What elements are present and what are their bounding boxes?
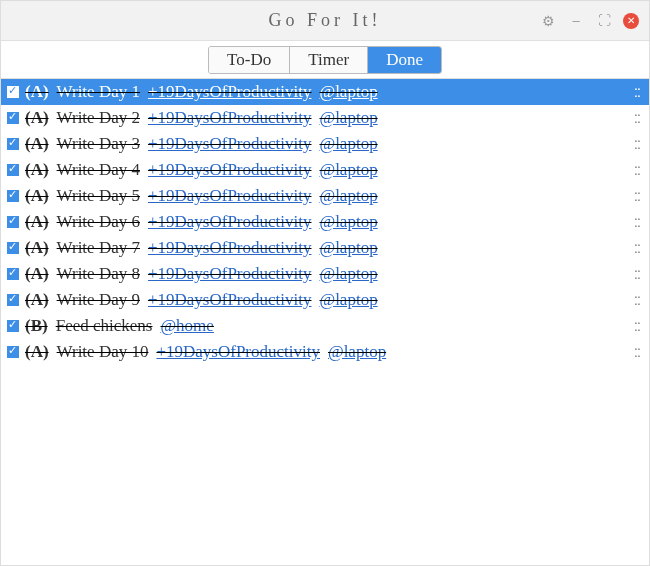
task-checkbox[interactable] [7, 320, 19, 332]
task-checkbox[interactable] [7, 268, 19, 280]
task-project-tag[interactable]: +19DaysOfProductivity [148, 264, 312, 284]
task-context-tag[interactable]: @laptop [319, 160, 377, 180]
task-context-tag[interactable]: @laptop [328, 342, 386, 362]
drag-handle-icon[interactable] [627, 85, 641, 99]
drag-handle-icon[interactable] [627, 137, 641, 151]
drag-handle-icon[interactable] [627, 215, 641, 229]
task-content: (A)Write Day 2+19DaysOfProductivity@lapt… [25, 108, 627, 128]
drag-handle-icon[interactable] [627, 345, 641, 359]
task-row[interactable]: (A)Write Day 1+19DaysOfProductivity@lapt… [1, 79, 649, 105]
task-priority: (A) [25, 264, 49, 284]
tab-done[interactable]: Done [368, 47, 441, 73]
task-text: Write Day 9 [57, 290, 140, 310]
task-priority: (A) [25, 186, 49, 206]
task-checkbox[interactable] [7, 86, 19, 98]
titlebar: Go For It! ⚙ – ⛶ ✕ [1, 1, 649, 41]
minimize-button[interactable]: – [567, 12, 585, 30]
tab-group: To-Do Timer Done [208, 46, 442, 74]
task-project-tag[interactable]: +19DaysOfProductivity [148, 108, 312, 128]
task-context-tag[interactable]: @laptop [319, 108, 377, 128]
task-content: (A)Write Day 3+19DaysOfProductivity@lapt… [25, 134, 627, 154]
task-row[interactable]: (A)Write Day 7+19DaysOfProductivity@lapt… [1, 235, 649, 261]
task-text: Write Day 7 [57, 238, 140, 258]
task-content: (A)Write Day 10+19DaysOfProductivity@lap… [25, 342, 627, 362]
task-text: Write Day 1 [57, 82, 140, 102]
task-content: (A)Write Day 5+19DaysOfProductivity@lapt… [25, 186, 627, 206]
task-row[interactable]: (A)Write Day 8+19DaysOfProductivity@lapt… [1, 261, 649, 287]
task-priority: (A) [25, 342, 49, 362]
task-project-tag[interactable]: +19DaysOfProductivity [148, 160, 312, 180]
task-text: Write Day 2 [57, 108, 140, 128]
task-content: (A)Write Day 4+19DaysOfProductivity@lapt… [25, 160, 627, 180]
app-window: Go For It! ⚙ – ⛶ ✕ To-Do Timer Done (A)W… [0, 0, 650, 566]
task-project-tag[interactable]: +19DaysOfProductivity [148, 238, 312, 258]
task-content: (A)Write Day 8+19DaysOfProductivity@lapt… [25, 264, 627, 284]
drag-handle-icon[interactable] [627, 319, 641, 333]
task-row[interactable]: (A)Write Day 2+19DaysOfProductivity@lapt… [1, 105, 649, 131]
task-text: Feed chickens [56, 316, 153, 336]
task-priority: (B) [25, 316, 48, 336]
task-project-tag[interactable]: +19DaysOfProductivity [148, 134, 312, 154]
task-context-tag[interactable]: @laptop [319, 238, 377, 258]
task-context-tag[interactable]: @home [160, 316, 213, 336]
task-priority: (A) [25, 238, 49, 258]
tab-todo[interactable]: To-Do [209, 47, 290, 73]
task-project-tag[interactable]: +19DaysOfProductivity [148, 290, 312, 310]
task-content: (A)Write Day 9+19DaysOfProductivity@lapt… [25, 290, 627, 310]
task-project-tag[interactable]: +19DaysOfProductivity [148, 186, 312, 206]
maximize-button[interactable]: ⛶ [595, 12, 613, 30]
task-row[interactable]: (A)Write Day 10+19DaysOfProductivity@lap… [1, 339, 649, 365]
task-checkbox[interactable] [7, 190, 19, 202]
task-context-tag[interactable]: @laptop [319, 264, 377, 284]
task-checkbox[interactable] [7, 164, 19, 176]
task-content: (B)Feed chickens@home [25, 316, 627, 336]
task-priority: (A) [25, 290, 49, 310]
drag-handle-icon[interactable] [627, 293, 641, 307]
drag-handle-icon[interactable] [627, 267, 641, 281]
drag-handle-icon[interactable] [627, 111, 641, 125]
task-context-tag[interactable]: @laptop [319, 134, 377, 154]
task-text: Write Day 8 [57, 264, 140, 284]
drag-handle-icon[interactable] [627, 189, 641, 203]
task-checkbox[interactable] [7, 242, 19, 254]
task-row[interactable]: (A)Write Day 9+19DaysOfProductivity@lapt… [1, 287, 649, 313]
task-text: Write Day 6 [57, 212, 140, 232]
tab-timer[interactable]: Timer [290, 47, 368, 73]
task-checkbox[interactable] [7, 346, 19, 358]
task-checkbox[interactable] [7, 294, 19, 306]
task-project-tag[interactable]: +19DaysOfProductivity [156, 342, 320, 362]
task-project-tag[interactable]: +19DaysOfProductivity [148, 212, 312, 232]
task-priority: (A) [25, 134, 49, 154]
task-content: (A)Write Day 6+19DaysOfProductivity@lapt… [25, 212, 627, 232]
window-controls: ⚙ – ⛶ ✕ [539, 12, 649, 30]
close-button[interactable]: ✕ [623, 13, 639, 29]
task-priority: (A) [25, 108, 49, 128]
task-context-tag[interactable]: @laptop [319, 82, 377, 102]
task-content: (A)Write Day 1+19DaysOfProductivity@lapt… [25, 82, 627, 102]
gear-icon[interactable]: ⚙ [539, 12, 557, 30]
tab-bar: To-Do Timer Done [1, 41, 649, 79]
task-priority: (A) [25, 212, 49, 232]
task-priority: (A) [25, 82, 49, 102]
task-list[interactable]: (A)Write Day 1+19DaysOfProductivity@lapt… [1, 79, 649, 565]
task-project-tag[interactable]: +19DaysOfProductivity [148, 82, 312, 102]
task-row[interactable]: (A)Write Day 5+19DaysOfProductivity@lapt… [1, 183, 649, 209]
task-text: Write Day 10 [57, 342, 149, 362]
task-row[interactable]: (A)Write Day 4+19DaysOfProductivity@lapt… [1, 157, 649, 183]
task-priority: (A) [25, 160, 49, 180]
task-row[interactable]: (A)Write Day 3+19DaysOfProductivity@lapt… [1, 131, 649, 157]
task-row[interactable]: (B)Feed chickens@home [1, 313, 649, 339]
task-checkbox[interactable] [7, 138, 19, 150]
task-text: Write Day 5 [57, 186, 140, 206]
task-context-tag[interactable]: @laptop [319, 212, 377, 232]
task-content: (A)Write Day 7+19DaysOfProductivity@lapt… [25, 238, 627, 258]
drag-handle-icon[interactable] [627, 163, 641, 177]
task-context-tag[interactable]: @laptop [319, 186, 377, 206]
task-text: Write Day 4 [57, 160, 140, 180]
task-checkbox[interactable] [7, 216, 19, 228]
task-context-tag[interactable]: @laptop [319, 290, 377, 310]
task-row[interactable]: (A)Write Day 6+19DaysOfProductivity@lapt… [1, 209, 649, 235]
drag-handle-icon[interactable] [627, 241, 641, 255]
task-checkbox[interactable] [7, 112, 19, 124]
task-text: Write Day 3 [57, 134, 140, 154]
